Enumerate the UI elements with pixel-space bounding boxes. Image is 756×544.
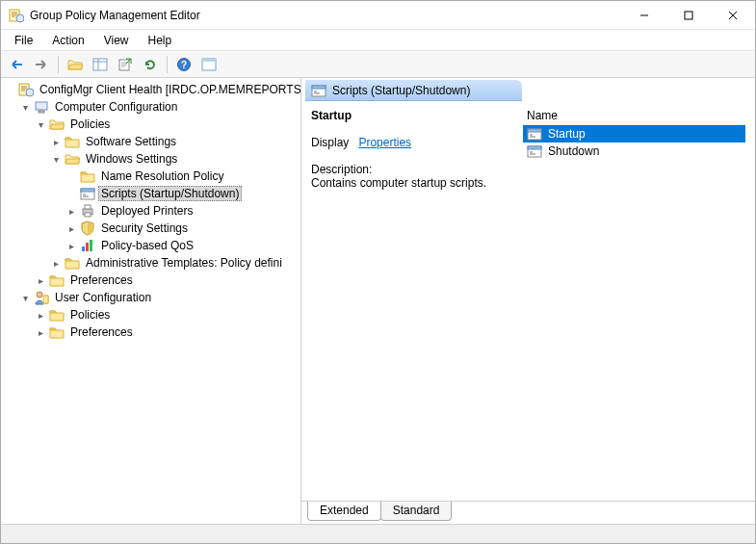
display-label: Display: [311, 136, 349, 149]
twisty-closed-icon[interactable]: ▸: [50, 257, 62, 269]
window-controls: [622, 1, 755, 29]
detail-tabs: Extended Standard: [301, 501, 755, 524]
description-text: Contains computer startup scripts.: [311, 176, 513, 190]
shield-icon: [80, 220, 95, 236]
display-row: Display Properties: [311, 136, 513, 149]
toolbar: [1, 51, 755, 78]
tree-label: Administrative Templates: Policy defini: [83, 255, 285, 271]
close-button[interactable]: [711, 1, 755, 29]
refresh-button[interactable]: [139, 54, 162, 75]
show-hide-tree-button[interactable]: [89, 54, 112, 75]
tree-policy-qos[interactable]: ▸ Policy-based QoS: [65, 237, 300, 254]
tree-label: Policies: [67, 117, 113, 132]
menu-bar: File Action View Help: [1, 30, 755, 51]
bars-icon: [80, 238, 95, 253]
printer-icon: [80, 203, 95, 219]
folder-icon: [65, 134, 80, 149]
detail-left: Startup Display Properties Description: …: [311, 107, 513, 495]
tab-standard[interactable]: Standard: [380, 502, 453, 521]
folder-open-icon: [65, 151, 80, 167]
list-item-shutdown[interactable]: Shutdown: [523, 142, 745, 160]
tree-user-configuration[interactable]: ▾ User Configuration: [19, 289, 300, 306]
twisty-open-icon[interactable]: ▾: [19, 101, 31, 113]
tree-computer-configuration[interactable]: ▾ Computer Configuration: [19, 98, 300, 116]
scripts-icon: [527, 143, 542, 159]
help-button[interactable]: [172, 54, 196, 75]
list-item-label: Shutdown: [548, 144, 599, 158]
tree-label: ConfigMgr Client Health [IRDC.OP.MEMREPO…: [37, 82, 301, 97]
tree-label: Computer Configuration: [52, 99, 180, 115]
folder-open-icon: [49, 117, 65, 132]
tree-name-resolution-policy[interactable]: Name Resolution Policy: [65, 168, 300, 185]
tree-label: Policy-based QoS: [98, 238, 196, 253]
tree-preferences[interactable]: ▸ Preferences: [35, 272, 300, 289]
back-button[interactable]: [5, 54, 28, 75]
twisty-closed-icon[interactable]: ▸: [65, 205, 77, 217]
folder-icon: [80, 168, 95, 184]
detail-heading: Startup: [311, 109, 513, 122]
toolbar-separator: [58, 56, 59, 73]
twisty-open-icon[interactable]: ▾: [19, 292, 31, 303]
tree-label: Software Settings: [83, 134, 179, 149]
tree-pane[interactable]: ConfigMgr Client Health [IRDC.OP.MEMREPO…: [1, 78, 301, 524]
twisty-closed-icon[interactable]: ▸: [35, 274, 46, 286]
twisty-open-icon[interactable]: ▾: [35, 118, 46, 130]
detail-header: Scripts (Startup/Shutdown): [305, 80, 522, 101]
menu-action[interactable]: Action: [42, 32, 93, 49]
show-pane-button[interactable]: [197, 54, 221, 75]
twisty-closed-icon[interactable]: ▸: [50, 136, 62, 147]
tab-extended[interactable]: Extended: [307, 502, 381, 521]
scripts-icon: [80, 186, 95, 201]
export-list-button[interactable]: [114, 54, 137, 75]
menu-view[interactable]: View: [94, 32, 139, 49]
tree-label: Preferences: [67, 324, 136, 340]
tree-label: Deployed Printers: [98, 203, 196, 219]
tree-label: Preferences: [67, 272, 136, 288]
list-item-label: Startup: [548, 127, 586, 141]
detail-list: Name Startup Shutdown: [523, 107, 745, 495]
menu-file[interactable]: File: [5, 32, 42, 49]
description-label: Description:: [311, 163, 513, 176]
forward-button[interactable]: [30, 54, 53, 75]
folder-icon: [49, 272, 65, 288]
detail-pane: Scripts (Startup/Shutdown) Startup Displ…: [301, 78, 755, 524]
tree-label: Scripts (Startup/Shutdown): [98, 186, 242, 201]
up-button[interactable]: [64, 54, 87, 75]
tree-label: Windows Settings: [83, 151, 180, 167]
list-item-startup[interactable]: Startup: [523, 125, 745, 142]
tree: ConfigMgr Client Health [IRDC.OP.MEMREPO…: [4, 81, 300, 341]
twisty-closed-icon[interactable]: ▸: [65, 222, 77, 234]
scripts-icon: [527, 126, 542, 142]
tree-root[interactable]: ConfigMgr Client Health [IRDC.OP.MEMREPO…: [4, 81, 300, 98]
window-title: Group Policy Management Editor: [30, 9, 622, 22]
tree-deployed-printers[interactable]: ▸ Deployed Printers: [65, 202, 300, 220]
tree-label: User Configuration: [52, 290, 154, 305]
tree-user-policies[interactable]: ▸ Policies: [35, 306, 300, 324]
main-split: ConfigMgr Client Health [IRDC.OP.MEMREPO…: [1, 78, 755, 524]
detail-header-title: Scripts (Startup/Shutdown): [332, 84, 470, 97]
tree-admin-templates[interactable]: ▸ Administrative Templates: Policy defin…: [50, 254, 300, 272]
menu-help[interactable]: Help: [139, 32, 182, 49]
maximize-button[interactable]: [666, 1, 711, 29]
properties-link[interactable]: Properties: [358, 136, 411, 149]
tree-label: Security Settings: [98, 220, 191, 236]
twisty-closed-icon[interactable]: ▸: [35, 309, 46, 321]
twisty-closed-icon[interactable]: ▸: [65, 240, 77, 251]
svg-rect-21: [685, 12, 692, 19]
tree-security-settings[interactable]: ▸ Security Settings: [65, 220, 300, 237]
column-name-header[interactable]: Name: [523, 107, 745, 125]
tree-label: Name Resolution Policy: [98, 168, 226, 184]
tree-software-settings[interactable]: ▸ Software Settings: [50, 133, 300, 150]
twisty-closed-icon[interactable]: ▸: [35, 326, 46, 338]
tree-scripts[interactable]: Scripts (Startup/Shutdown): [65, 185, 300, 202]
tree-windows-settings[interactable]: ▾ Windows Settings: [50, 150, 300, 168]
gpo-icon: [18, 82, 34, 97]
detail-body: Startup Display Properties Description: …: [301, 101, 755, 501]
twisty-open-icon[interactable]: ▾: [50, 153, 62, 165]
tree-user-preferences[interactable]: ▸ Preferences: [35, 324, 300, 341]
minimize-button[interactable]: [622, 1, 666, 29]
folder-icon: [49, 324, 65, 340]
tree-policies[interactable]: ▾ Policies: [35, 116, 300, 133]
user-icon: [34, 290, 49, 305]
toolbar-separator: [167, 56, 168, 73]
